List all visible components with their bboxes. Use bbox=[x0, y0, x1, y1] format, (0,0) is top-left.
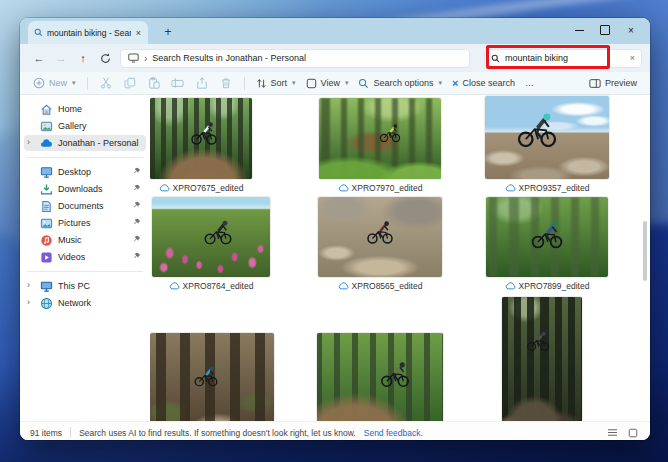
chevron-down-icon: ▾ bbox=[292, 79, 296, 87]
file-name-text: XPRO8565_edited bbox=[352, 281, 423, 291]
minimize-icon bbox=[575, 30, 584, 31]
explorer-tab[interactable]: mountain biking - Search Res × bbox=[28, 21, 148, 44]
file-item-xpro7675_edited[interactable] bbox=[150, 98, 252, 179]
app-body: HomeGallery›Jonathan - PersonalDesktopDo… bbox=[20, 95, 650, 421]
sidebar-item-label: Gallery bbox=[58, 121, 141, 131]
file-item-xpro9357_edited[interactable] bbox=[485, 96, 609, 179]
forward-button[interactable]: → bbox=[50, 48, 72, 68]
documents-icon bbox=[40, 200, 53, 213]
sidebar-item-music[interactable]: Music bbox=[24, 232, 146, 248]
mountain-biker-figure bbox=[365, 218, 395, 244]
onedrive-status-cloud-icon bbox=[505, 282, 516, 290]
search-results-grid: XPRO7675_editedXPRO7970_editedXPRO9357_e… bbox=[150, 95, 650, 421]
back-button[interactable]: ← bbox=[28, 48, 50, 68]
maximize-button[interactable] bbox=[592, 20, 618, 40]
file-name-text: XPRO7899_edited bbox=[519, 281, 590, 291]
sidebar-item-pictures[interactable]: Pictures bbox=[24, 215, 146, 231]
preview-button[interactable]: Preview bbox=[584, 74, 642, 92]
expander-chevron-icon[interactable]: › bbox=[27, 297, 30, 307]
pinned-indicator bbox=[133, 218, 141, 228]
file-item[interactable] bbox=[150, 333, 274, 421]
pictures-icon bbox=[40, 217, 53, 230]
sidebar-item-jonathan-personal[interactable]: ›Jonathan - Personal bbox=[24, 135, 146, 151]
copy-icon bbox=[124, 77, 136, 89]
close-search-button[interactable]: × Close search bbox=[447, 74, 520, 92]
chevron-down-icon: ▾ bbox=[345, 79, 349, 87]
sort-icon bbox=[256, 78, 267, 89]
file-item-xpro7970_edited[interactable] bbox=[319, 98, 441, 179]
sidebar-item-label: Network bbox=[58, 298, 141, 308]
cut-button[interactable] bbox=[97, 74, 115, 92]
photo-thumbnail bbox=[319, 98, 441, 179]
expander-chevron-icon[interactable]: › bbox=[27, 280, 30, 290]
view-button[interactable]: View▾ bbox=[301, 74, 354, 92]
up-button[interactable]: ↑ bbox=[72, 48, 94, 68]
search-clear-icon[interactable]: × bbox=[630, 53, 635, 63]
send-feedback-link[interactable]: Send feedback. bbox=[364, 428, 423, 438]
network-icon bbox=[40, 297, 53, 310]
chevron-down-icon: ▾ bbox=[72, 79, 76, 87]
minimize-button[interactable] bbox=[566, 20, 592, 40]
file-name-label[interactable]: XPRO7899_edited bbox=[492, 280, 602, 292]
new-button[interactable]: New▾ bbox=[28, 74, 81, 92]
title-bar[interactable]: mountain biking - Search Res × + × bbox=[20, 18, 650, 44]
file-item-xpro8565_edited[interactable] bbox=[318, 197, 442, 277]
rename-button[interactable] bbox=[169, 74, 187, 92]
sidebar-item-label: Home bbox=[58, 104, 141, 114]
file-name-label[interactable]: XPRO8565_edited bbox=[325, 280, 435, 292]
share-button[interactable] bbox=[193, 74, 211, 92]
rename-icon bbox=[171, 77, 184, 89]
onedrive-status-cloud-icon bbox=[169, 282, 180, 290]
pinned-indicator bbox=[133, 201, 141, 211]
sidebar-item-gallery[interactable]: Gallery bbox=[24, 118, 146, 134]
sidebar-item-label: Downloads bbox=[58, 184, 128, 194]
mountain-biker-figure bbox=[378, 122, 402, 143]
file-item[interactable] bbox=[502, 297, 582, 421]
vertical-scrollbar[interactable] bbox=[643, 221, 647, 281]
file-name-label[interactable]: XPRO9357_edited bbox=[492, 182, 602, 194]
details-view-toggle[interactable] bbox=[605, 426, 619, 440]
search-options-button[interactable]: Search options▾ bbox=[353, 74, 447, 92]
list-view-icon bbox=[607, 428, 618, 437]
sidebar-item-videos[interactable]: Videos bbox=[24, 249, 146, 265]
share-icon bbox=[196, 77, 208, 89]
refresh-button[interactable] bbox=[94, 48, 116, 68]
file-name-label[interactable]: XPRO8764_edited bbox=[156, 280, 266, 292]
sidebar-item-this-pc[interactable]: ›This PC bbox=[24, 278, 146, 294]
file-item-xpro7899_edited[interactable] bbox=[486, 197, 608, 277]
file-name-label[interactable]: XPRO7675_edited bbox=[150, 182, 256, 194]
window-controls: × bbox=[566, 20, 644, 40]
file-name-label[interactable]: XPRO7970_edited bbox=[325, 182, 435, 194]
file-item-xpro8764_edited[interactable] bbox=[152, 197, 270, 277]
search-box[interactable]: mountain biking × bbox=[484, 49, 642, 68]
sidebar-item-label: Jonathan - Personal bbox=[58, 138, 141, 148]
sidebar-item-desktop[interactable]: Desktop bbox=[24, 164, 146, 180]
paste-button[interactable] bbox=[145, 74, 163, 92]
mountain-biker-figure bbox=[202, 217, 234, 244]
file-item[interactable] bbox=[317, 333, 443, 421]
sidebar-item-home[interactable]: Home bbox=[24, 101, 146, 117]
expander-chevron-icon[interactable]: › bbox=[27, 137, 30, 147]
onedrive-status-cloud-icon bbox=[338, 282, 349, 290]
onedrive-icon bbox=[40, 137, 53, 150]
photo-thumbnail bbox=[502, 297, 582, 421]
search-icon bbox=[491, 54, 500, 63]
new-tab-button[interactable]: + bbox=[160, 25, 176, 41]
sidebar-item-network[interactable]: ›Network bbox=[24, 295, 146, 311]
breadcrumb[interactable]: Search Results in Jonathan - Personal bbox=[152, 53, 306, 63]
close-button[interactable]: × bbox=[618, 20, 644, 40]
file-explorer-window: mountain biking - Search Res × + × ← → ↑… bbox=[20, 18, 650, 440]
monitor-icon bbox=[128, 53, 139, 63]
delete-button[interactable] bbox=[217, 74, 235, 92]
sidebar-separator bbox=[27, 271, 143, 272]
copy-button[interactable] bbox=[121, 74, 139, 92]
see-more-button[interactable]: … bbox=[520, 74, 539, 92]
sidebar-item-downloads[interactable]: Downloads bbox=[24, 181, 146, 197]
tab-close-icon[interactable]: × bbox=[135, 28, 142, 38]
sidebar-item-documents[interactable]: Documents bbox=[24, 198, 146, 214]
pin-icon bbox=[133, 235, 141, 243]
address-bar[interactable]: › Search Results in Jonathan - Personal bbox=[120, 49, 470, 68]
thumbnail-view-toggle[interactable] bbox=[626, 426, 640, 440]
search-input-value[interactable]: mountain biking bbox=[505, 53, 568, 63]
sort-button[interactable]: Sort▾ bbox=[251, 74, 301, 92]
